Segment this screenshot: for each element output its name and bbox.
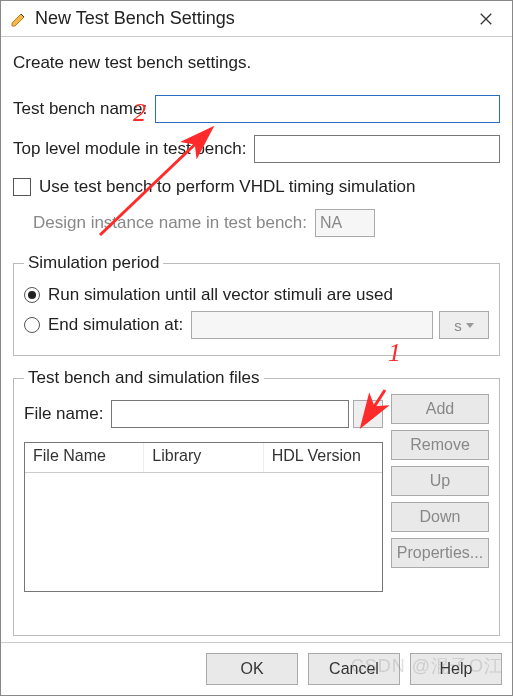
pencil-icon [9, 9, 29, 29]
add-button[interactable]: Add [391, 394, 489, 424]
test-bench-files-legend: Test bench and simulation files [24, 368, 264, 388]
files-left: File name: ... File Name Library HDL Ver… [24, 394, 383, 592]
row-design-instance: Design instance name in test bench: [33, 209, 500, 237]
help-button[interactable]: Help [410, 653, 502, 685]
col-library: Library [144, 443, 263, 472]
simulation-period-legend: Simulation period [24, 253, 163, 273]
design-instance-input [315, 209, 375, 237]
files-inner: File name: ... File Name Library HDL Ver… [24, 394, 489, 592]
down-button[interactable]: Down [391, 502, 489, 532]
row-file-name: File name: ... [24, 400, 383, 428]
remove-button[interactable]: Remove [391, 430, 489, 460]
files-table[interactable]: File Name Library HDL Version [24, 442, 383, 592]
time-unit-select[interactable]: s [439, 311, 489, 339]
time-unit-value: s [454, 317, 462, 334]
chevron-down-icon [466, 323, 474, 328]
row-end-at: End simulation at: s [24, 311, 489, 339]
cancel-button[interactable]: Cancel [308, 653, 400, 685]
file-name-label: File name: [24, 404, 103, 424]
up-button[interactable]: Up [391, 466, 489, 496]
col-hdl-version: HDL Version [264, 443, 382, 472]
test-bench-name-input[interactable] [155, 95, 500, 123]
run-until-radio[interactable] [24, 287, 40, 303]
row-run-until: Run simulation until all vector stimuli … [24, 285, 489, 305]
top-module-label: Top level module in test bench: [13, 139, 246, 159]
dialog-title: New Test Bench Settings [35, 8, 468, 29]
top-module-input[interactable] [254, 135, 500, 163]
test-bench-files-group: Test bench and simulation files File nam… [13, 368, 500, 636]
dialog-description: Create new test bench settings. [13, 53, 500, 73]
vhdl-timing-label: Use test bench to perform VHDL timing si… [39, 177, 415, 197]
simulation-period-group: Simulation period Run simulation until a… [13, 253, 500, 356]
close-icon [479, 12, 493, 26]
col-file-name: File Name [25, 443, 144, 472]
dialog-footer: OK Cancel Help [1, 642, 512, 695]
row-test-bench-name: Test bench name: [13, 95, 500, 123]
row-top-level-module: Top level module in test bench: [13, 135, 500, 163]
end-at-label: End simulation at: [48, 315, 183, 335]
test-bench-name-label: Test bench name: [13, 99, 147, 119]
files-buttons: Add Remove Up Down Properties... [391, 394, 489, 592]
end-at-input [191, 311, 433, 339]
end-at-radio[interactable] [24, 317, 40, 333]
file-name-input[interactable] [111, 400, 349, 428]
close-button[interactable] [468, 4, 504, 34]
content-area: Create new test bench settings. Test ben… [1, 37, 512, 642]
dialog-new-test-bench: New Test Bench Settings Create new test … [0, 0, 513, 696]
vhdl-timing-checkbox[interactable] [13, 178, 31, 196]
row-vhdl-timing: Use test bench to perform VHDL timing si… [13, 177, 500, 197]
ok-button[interactable]: OK [206, 653, 298, 685]
properties-button[interactable]: Properties... [391, 538, 489, 568]
titlebar: New Test Bench Settings [1, 1, 512, 37]
design-instance-label: Design instance name in test bench: [33, 213, 307, 233]
table-header: File Name Library HDL Version [25, 443, 382, 473]
browse-button[interactable]: ... [353, 400, 383, 428]
run-until-label: Run simulation until all vector stimuli … [48, 285, 393, 305]
